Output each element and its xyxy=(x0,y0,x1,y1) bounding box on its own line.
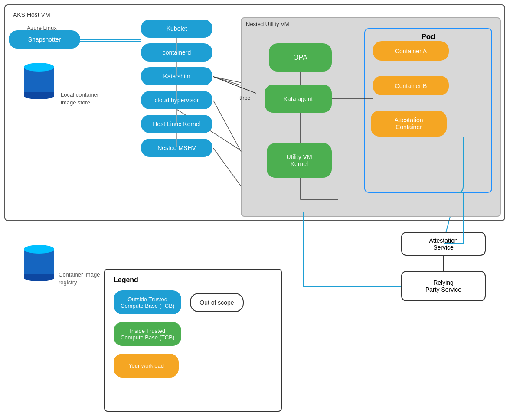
container-b-button: Container B xyxy=(373,76,449,95)
legend-inside-tcb-pill: Inside TrustedCompute Base (TCB) xyxy=(114,322,181,346)
snapshotter-button: Snapshotter xyxy=(9,30,80,49)
legend-outside-tcb-pill: Outside TrustedCompute Base (TCB) xyxy=(114,290,181,314)
kata-shim-button: Kata shim xyxy=(141,67,212,85)
registry-label: Container imageregistry xyxy=(59,271,100,287)
legend-box: Legend Outside TrustedCompute Base (TCB)… xyxy=(104,269,282,412)
attestation-container-button: AttestationContainer xyxy=(371,111,447,137)
cloud-hypervisor-button: cloud hypervisor xyxy=(141,91,212,109)
containerd-button: containerd xyxy=(141,43,212,62)
pod-label: Pod xyxy=(421,33,435,41)
local-cylinder xyxy=(24,63,54,99)
kubelet-button: Kubelet xyxy=(141,20,212,38)
registry-cylinder xyxy=(24,245,54,281)
host-linux-kernel-button: Host Linux Kernel xyxy=(141,115,212,133)
utility-vm-kernel-button: Utility VMKernel xyxy=(267,143,332,178)
diagram-container: AKS Host VM Azure Linux Nested Utility V… xyxy=(0,0,513,420)
opa-button: OPA xyxy=(269,43,332,72)
kata-agent-button: Kata agent xyxy=(265,85,332,113)
legend-item-inside-tcb: Inside TrustedCompute Base (TCB) xyxy=(114,322,272,346)
aks-host-label: AKS Host VM xyxy=(13,11,50,18)
local-store-label: Local containerimage store xyxy=(61,91,99,107)
legend-out-of-scope-box: Out of scope xyxy=(190,293,243,312)
relying-party-service-box: RelyingParty Service xyxy=(401,271,486,301)
cylinder-top xyxy=(24,63,54,72)
legend-your-workload-pill: Your workload xyxy=(114,354,179,378)
legend-item-workload: Your workload xyxy=(114,354,272,378)
attestation-service-box: AttestationService xyxy=(401,232,486,256)
legend-title: Legend xyxy=(114,276,272,284)
cylinder-bottom-arc xyxy=(24,92,54,99)
cylinder-body xyxy=(24,68,54,94)
nested-vm-label: Nested Utility VM xyxy=(246,21,289,27)
legend-item-outside-tcb: Outside TrustedCompute Base (TCB) Out of… xyxy=(114,290,272,314)
ttrpc-label: ttrpc xyxy=(239,94,250,101)
nested-mshv-button: Nested MSHV xyxy=(141,139,212,157)
container-a-button: Container A xyxy=(373,41,449,61)
